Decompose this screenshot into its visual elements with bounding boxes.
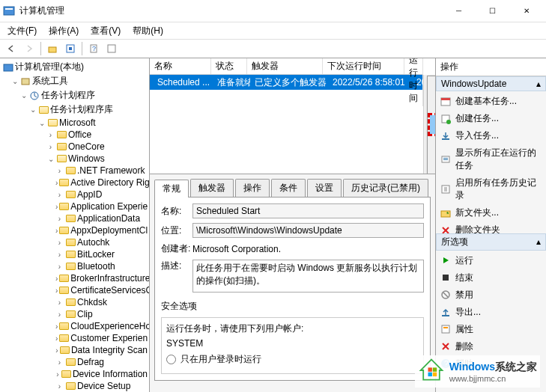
tree-toggle[interactable]: › (55, 191, 64, 199)
action-properties[interactable]: 属性 (436, 321, 546, 338)
cm-disable[interactable]: 禁用(I) (430, 115, 435, 134)
tree-folder-item[interactable]: ›CertificateServicesC (1, 284, 148, 296)
tree-folder-item[interactable]: ›Application Experie (1, 200, 148, 212)
tree-toggle[interactable]: › (55, 382, 64, 391)
tree-folder-item[interactable]: ›Clip (1, 308, 148, 320)
back-button[interactable] (3, 40, 19, 57)
menu-action[interactable]: 操作(A) (43, 23, 85, 39)
action-delete[interactable]: 删除 (436, 338, 546, 355)
action-end[interactable]: 结束 (436, 269, 546, 287)
tree-folder-item[interactable]: ›Active Directory Rig (1, 177, 148, 189)
tree-toggle[interactable]: ⌄ (10, 77, 19, 85)
tree-toggle[interactable]: › (55, 251, 64, 259)
tree-toggle[interactable]: › (55, 287, 58, 295)
menu-help[interactable]: 帮助(H) (127, 23, 169, 39)
close-button[interactable]: ✕ (509, 0, 543, 22)
cm-export[interactable]: 导出(X)... (428, 135, 435, 154)
tree-windows[interactable]: ⌄Windows (1, 153, 148, 165)
tab-conditions[interactable]: 条件 (271, 179, 306, 197)
tree-folder-item[interactable]: ›Device Information (1, 368, 148, 380)
tree-toggle[interactable]: › (55, 370, 60, 379)
cm-run[interactable]: 运行(R) (428, 76, 435, 95)
tab-triggers[interactable]: 触发器 (190, 179, 234, 197)
tab-settings[interactable]: 设置 (307, 179, 342, 197)
action-disable[interactable]: 禁用 (436, 287, 546, 304)
section-collapse-icon[interactable]: ▴ (536, 236, 541, 247)
action-delete-folder[interactable]: 删除文件夹 (436, 221, 546, 233)
action-new-folder[interactable]: *新文件夹... (436, 204, 546, 221)
action-new-task[interactable]: 创建任务... (436, 110, 546, 127)
tree-folder-item[interactable]: ›.NET Framework (1, 165, 148, 177)
tree-schedlib[interactable]: ⌄任务计划程序库 (1, 102, 148, 117)
task-row-selected[interactable]: Scheduled ... 准备就绪 已定义多个触发器 2022/5/26 8:… (150, 75, 423, 90)
action-show-running[interactable]: 显示所有正在运行的任务 (436, 144, 546, 174)
tree-toggle[interactable]: › (55, 179, 58, 187)
tree-toggle[interactable]: › (55, 358, 64, 367)
up-button[interactable] (44, 40, 61, 57)
tab-history[interactable]: 历史记录(已禁用) (343, 179, 428, 197)
tree-folder-item[interactable]: ›Bluetooth (1, 260, 148, 272)
tree-office[interactable]: ›Office (1, 129, 148, 141)
action-calendar[interactable]: 创建基本任务... (436, 93, 546, 110)
tab-general[interactable]: 常规 (154, 180, 189, 197)
tree-folder-item[interactable]: ›Defrag (1, 356, 148, 368)
tree-toggle[interactable]: › (55, 322, 58, 331)
action-history[interactable]: 启用所有任务历史记录 (436, 174, 546, 204)
action-run[interactable]: 运行 (436, 252, 546, 269)
tree-toggle[interactable]: › (55, 203, 58, 211)
tree-toggle[interactable]: › (46, 143, 55, 151)
tree-toggle[interactable]: › (55, 227, 58, 235)
tree-folder-item[interactable]: ›Device Setup (1, 380, 148, 392)
tree-folder-item[interactable]: ›BrokerInfrastructure (1, 272, 148, 284)
tree-systools[interactable]: ⌄系统工具 (1, 74, 148, 88)
tree-toggle[interactable]: › (46, 131, 55, 139)
tree-folder-item[interactable]: ›CloudExperienceHo (1, 320, 148, 332)
tree-folder-item[interactable]: ›ApplicationData (1, 212, 148, 224)
tree-toggle[interactable]: › (55, 215, 64, 223)
section-collapse-icon[interactable]: ▴ (536, 79, 541, 89)
tree-toggle[interactable]: ⌄ (28, 105, 37, 114)
tree-toggle[interactable]: › (55, 275, 58, 283)
tree-toggle[interactable]: › (55, 239, 64, 247)
tree-toggle[interactable]: › (55, 310, 64, 319)
tree-scheduler[interactable]: ⌄任务计划程序 (1, 88, 148, 102)
tree-folder-item[interactable]: ›AppID (1, 189, 148, 200)
tree-toggle[interactable]: ⌄ (19, 91, 28, 99)
cm-properties[interactable]: 属性(P) (428, 154, 435, 173)
tree-folder-item[interactable]: ›Data Integrity Scan (1, 344, 148, 356)
menu-file[interactable]: 文件(F) (1, 23, 43, 39)
tree-toggle[interactable]: › (55, 346, 58, 355)
tree-root[interactable]: 计算机管理(本地) (1, 60, 148, 74)
tree-onecore[interactable]: ›OneCore (1, 141, 148, 153)
tree-toggle[interactable]: ⌄ (46, 155, 55, 163)
radio-logon-only[interactable] (166, 355, 176, 364)
tree-toggle[interactable]: › (55, 334, 58, 343)
col-status[interactable]: 状态 (211, 58, 248, 74)
menu-view[interactable]: 查看(V) (85, 23, 127, 39)
forward-button[interactable] (21, 40, 37, 57)
action-import[interactable]: 导入任务... (436, 127, 546, 144)
col-next[interactable]: 下次运行时间 (323, 58, 404, 74)
tree-folder-item[interactable]: ›Autochk (1, 236, 148, 248)
properties-button[interactable] (103, 40, 120, 57)
tree-toggle[interactable]: ⌄ (37, 119, 46, 127)
col-trigger[interactable]: 触发器 (247, 58, 323, 74)
cm-delete[interactable]: 删除(D) (428, 173, 435, 174)
maximize-button[interactable]: ☐ (476, 0, 509, 22)
cm-end[interactable]: 结束(E) (428, 95, 435, 114)
tree-pane[interactable]: 计算机管理(本地) ⌄系统工具 ⌄任务计划程序 ⌄任务计划程序库 ⌄Micros… (0, 58, 150, 392)
help-button[interactable]: ? (85, 40, 102, 57)
action-export[interactable]: 导出... (436, 304, 546, 321)
tree-toggle[interactable]: › (55, 263, 64, 271)
tree-toggle[interactable]: › (55, 167, 64, 175)
col-name[interactable]: 名称 (150, 58, 211, 74)
tree-folder-item[interactable]: ›Customer Experien (1, 332, 148, 344)
minimize-button[interactable]: ─ (442, 0, 476, 22)
tree-folder-item[interactable]: ›Chkdsk (1, 296, 148, 308)
refresh-button[interactable] (62, 40, 79, 57)
tab-actions[interactable]: 操作 (235, 179, 270, 197)
tree-microsoft[interactable]: ⌄Microsoft (1, 117, 148, 129)
tree-toggle[interactable]: › (55, 298, 64, 307)
tree-folder-item[interactable]: ›BitLocker (1, 248, 148, 260)
tree-folder-item[interactable]: ›AppxDeploymentCl (1, 224, 148, 236)
